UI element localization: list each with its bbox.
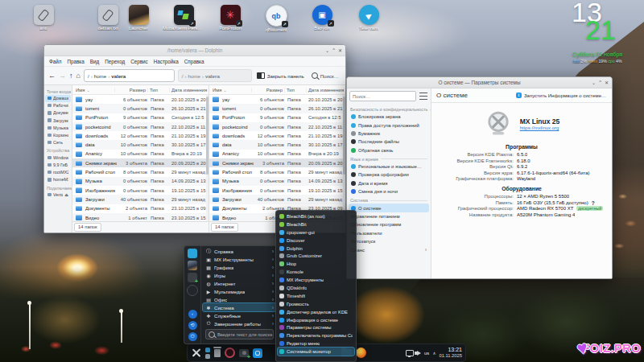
submenu-item-cpupower-gui[interactable]: cpupower-gui <box>278 228 354 237</box>
place-рабочий-стол[interactable]: Рабочий стол <box>45 102 71 109</box>
file-row-data[interactable]: data10 объектовПапка30.10.2025 в 17:3 <box>209 140 345 149</box>
submenu-item-grub-customizer[interactable]: Grub Customizer <box>278 252 354 260</box>
column-name[interactable]: Имя⌄ <box>209 88 252 93</box>
desktop-icon-qbittorrent[interactable]: qb↗qBittorrent <box>255 5 297 32</box>
scrollbar[interactable] <box>343 95 345 221</box>
breadcrumb-valera[interactable]: valera <box>111 73 126 79</box>
submenu-item-редактор-меню[interactable]: Редактор меню <box>278 339 354 348</box>
column-type[interactable]: Тип <box>285 88 307 93</box>
file-row-музыка[interactable]: Музыка0 объектовПапка14.09.2025 в 13:1 <box>209 177 345 186</box>
keyboard-layout-indicator[interactable]: us <box>424 351 429 356</box>
desktop-icon-bazyon[interactable]: ▣↗Bazyon <box>301 5 343 31</box>
dolphin-titlebar[interactable]: /home/valera — Dolphin ⌄ ^ ✕ <box>44 45 345 56</box>
file-row-pocketcoind[interactable]: pocketcoind0 объектовПапка22.10.2025 в 1… <box>209 122 345 131</box>
place-rootmx25[interactable]: rootMX25 <box>45 169 71 176</box>
file-row-изображения[interactable]: Изображения0 объектовПапка19.10.2025 в 1… <box>72 186 208 195</box>
dolphin-menu-сервис[interactable]: Сервис <box>130 59 148 64</box>
settings-item-права-доступа-приложений[interactable]: Права доступа приложений <box>349 121 429 129</box>
breadcrumb-valera[interactable]: valera <box>205 73 220 79</box>
column-type[interactable]: Тип <box>148 88 170 93</box>
home-icon[interactable]: ⌂ <box>76 72 80 80</box>
kicker-category-офис[interactable]: ▤Офис› <box>203 295 276 303</box>
desktop-icon-mobaxterm-personal-25-2[interactable]: ↗MobaXterm Personal 25.2 <box>163 5 204 31</box>
kicker-search-field[interactable]: Введите текст для поиска… <box>205 329 274 339</box>
file-row-загрузки[interactable]: Загрузки40 объектовПапка29 минут назад <box>72 195 208 204</box>
volume-icon[interactable] <box>417 351 421 356</box>
close-icon[interactable]: ✕ <box>605 80 609 85</box>
file-row-музыка[interactable]: Музыка0 объектовПапка14.09.2025 в 13:1 <box>72 177 208 186</box>
breadcrumb-item[interactable]: / <box>88 73 89 79</box>
screenshot-taskbar-icon[interactable] <box>239 349 249 357</box>
menu-icon[interactable] <box>419 91 428 101</box>
portproton-taskbar-icon[interactable] <box>225 348 235 358</box>
launch-kinfocenter-button[interactable]: i Запустить Информация о системе… <box>515 92 607 99</box>
network-icon[interactable] <box>406 350 414 356</box>
column-date[interactable]: Дата изменения <box>170 88 208 93</box>
submenu-item-информация-о-системе[interactable]: Информация о системе <box>278 316 354 324</box>
dolphin-menu-вид[interactable]: Вид <box>90 59 99 64</box>
submenu-item-dolphin[interactable]: Dolphin <box>278 245 354 253</box>
distro-url-link[interactable]: https://mxlinux.org <box>520 125 560 130</box>
settings-item-последние-файлы[interactable]: Последние файлы <box>349 138 429 146</box>
minimize-icon[interactable]: ⌄ <box>325 47 329 53</box>
kicker-category-mx-инструменты[interactable]: ▣MX Инструменты› <box>203 256 276 264</box>
file-row-ananicy[interactable]: Ananicy10 объектовПапкаВчера в 20:19 <box>209 150 345 158</box>
file-row-downloads[interactable]: downloads12 объектовПапка21.10.2025 в 19… <box>209 131 345 140</box>
search-button[interactable]: Поиск… <box>309 72 341 79</box>
file-row-yay[interactable]: yay6 объектовПапка20.10.2025 в 20:1 <box>209 95 345 104</box>
favorite-app-icon-2[interactable] <box>188 261 197 270</box>
settings-item-обратная-связь[interactable]: Обратная связь <box>349 146 429 154</box>
favorite-app-icon-1[interactable] <box>188 249 197 258</box>
column-date[interactable]: Дата изменения <box>307 88 345 93</box>
app-taskbar-icon[interactable] <box>253 348 262 358</box>
settings-item-обновление-программ[interactable]: Обновление программ <box>349 220 429 228</box>
settings-search-input[interactable] <box>349 91 416 101</box>
breadcrumb-item[interactable]: / <box>182 73 184 79</box>
kicker-category-графика[interactable]: ▦Графика› <box>203 264 276 272</box>
submenu-item-громкость[interactable]: Громкость <box>278 300 354 308</box>
settings-item-сеанс[interactable]: Сеанс› <box>349 245 429 254</box>
file-row-pocketcoind[interactable]: pocketcoind0 объектовПапка22.10.2025 в 1… <box>72 122 208 131</box>
desktop-icon-anti[interactable]: anti <box>23 5 64 31</box>
settings-item-смена-дня-и-ночи[interactable]: Смена дня и ночи <box>349 187 429 195</box>
trash-taskbar-icon[interactable] <box>214 349 221 357</box>
place-домашняя-папка[interactable]: Домашняя папка <box>45 95 71 102</box>
submenu-item-discover[interactable]: Discover <box>278 237 354 245</box>
dolphin-menu-переход[interactable]: Переход <box>105 59 125 64</box>
maximize-icon[interactable]: ^ <box>332 47 335 53</box>
submenu-item-переключатель-программы-conky[interactable]: Переключатель программы Conky <box>278 331 354 339</box>
submenu-item-qdiskinfo[interactable]: QDiskInfo <box>278 284 354 292</box>
session-back-button[interactable]: ‹ <box>188 310 197 319</box>
file-row-загрузки[interactable]: Загрузки40 объектовПапка29 минут назад <box>209 195 345 204</box>
app-launcher-button[interactable] <box>191 348 201 358</box>
taskbar-clock[interactable]: 13:21 01.11.2025 <box>439 347 462 358</box>
settings-item-о-системе[interactable]: О системе <box>349 204 429 212</box>
session-shutdown-button[interactable]: ⏻ <box>188 332 197 341</box>
submenu-item-mx-инструменты[interactable]: MX Инструменты <box>278 276 354 284</box>
settings-titlebar[interactable]: О системе — Параметры системы ⌄ ^ ✕ <box>347 77 612 88</box>
desktop-icon-launcher[interactable]: Launcher <box>118 5 159 31</box>
submenu-item-диспетчер-разделов-от-kde[interactable]: Диспетчер разделов от KDE <box>278 308 354 316</box>
file-row-data[interactable]: data10 объектовПапка30.10.2025 в 17:3 <box>72 140 208 149</box>
session-restart-button[interactable]: ⟲ <box>188 321 197 330</box>
breadcrumb-active-pane[interactable]: /›home›valera <box>84 69 175 82</box>
scrollbar[interactable] <box>206 95 208 221</box>
place-документы[interactable]: Документы <box>45 109 71 117</box>
submenu-item-bleachbit[interactable]: BleachBit <box>278 220 354 228</box>
file-row-видео[interactable]: Видео1 объектПапка23.10.2025 в 15:1 <box>72 213 208 221</box>
settings-item-региональные-и-языковые[interactable]: Региональные и языковые… <box>349 162 429 171</box>
submenu-item-bleachbit-as-root[interactable]: BleachBit (as root) <box>278 212 354 220</box>
breadcrumb-inactive-pane[interactable]: /›home›valera <box>178 69 252 82</box>
settings-item-проверка-орфографии[interactable]: Проверка орфографии <box>349 171 429 179</box>
forward-icon[interactable]: → <box>59 72 66 80</box>
minimize-icon[interactable]: ⌄ <box>592 80 596 85</box>
close-panel-button[interactable]: Закрыть панель <box>255 72 306 79</box>
file-row-рабочий-стол[interactable]: Рабочий стол8 объектовПапка29 минут наза… <box>72 167 208 176</box>
scrollbar-thumb[interactable] <box>206 97 208 175</box>
kicker-category-интернет[interactable]: ◍Интернет› <box>203 280 276 288</box>
submenu-item-параметры-системы[interactable]: Параметры системы <box>278 323 354 331</box>
file-row-документы[interactable]: Документы2 объектаПапка23.10.2025 в 09:5 <box>72 204 208 213</box>
submenu-item-системный-монитор[interactable]: Системный монитор <box>278 348 354 356</box>
file-row-рабочий-стол[interactable]: Рабочий стол8 объектовПапка29 минут наза… <box>209 167 345 176</box>
file-row-yay[interactable]: yay6 объектовПапка20.10.2025 в 20:1 <box>72 95 208 104</box>
